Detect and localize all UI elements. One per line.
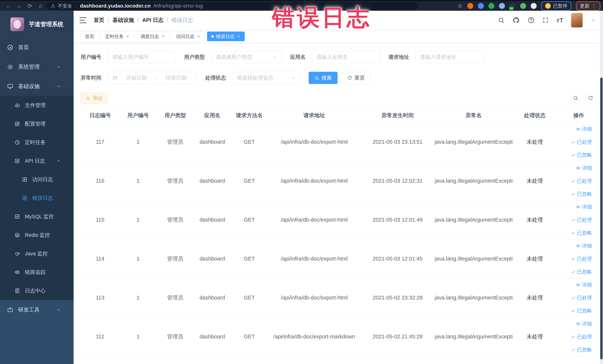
tab-错误日志[interactable]: 错误日志 [207, 32, 245, 41]
browser-reload-icon[interactable]: ⟳ [24, 3, 35, 9]
action-详细[interactable]: 详细 [576, 126, 592, 132]
sidebar-item-label: 系统管理 [18, 63, 40, 71]
extension-paused-badge[interactable]: 已暂停 [541, 1, 571, 11]
action-已处理[interactable]: 已处理 [571, 294, 592, 301]
sidebar-item-日志中心[interactable]: 日志中心 [0, 282, 74, 300]
action-详细[interactable]: 详细 [576, 243, 592, 249]
sidebar-item-label: 研发工具 [18, 306, 40, 314]
action-已处理[interactable]: 已处理 [571, 256, 592, 262]
column-header: 应用名 [194, 112, 231, 119]
filter-row-1: 用户编号 请输入用户编号 用户类型 请选择用户类型 应用名 请输入应用名 [81, 51, 600, 63]
date-range-picker[interactable]: 开始日期 - 结束日期 [108, 72, 197, 84]
search-icon [314, 75, 319, 80]
process-status-select[interactable]: 请选择处理状态 [232, 72, 301, 84]
export-button[interactable]: 导出 [81, 93, 108, 104]
app-logo-row[interactable]: 芋道管理系统 [0, 11, 74, 38]
sidebar-item-Java-监控[interactable]: Java 监控 [0, 244, 74, 263]
browser-back-icon[interactable]: ← [3, 3, 14, 9]
filter-label: 处理状态 [205, 74, 226, 82]
github-icon[interactable] [512, 16, 520, 24]
extension-icons: on [467, 3, 537, 9]
help-icon[interactable] [528, 17, 534, 24]
action-label: 已忽略 [577, 346, 592, 353]
sidebar-item-配置管理[interactable]: 配置管理 [0, 115, 74, 133]
layers-icon [14, 232, 20, 238]
sidebar-item-Redis-监控[interactable]: Redis 监控 [0, 226, 74, 244]
action-详细[interactable]: 详细 [576, 204, 592, 210]
avatar-caret-down-icon[interactable] [590, 18, 596, 23]
tab-close-icon[interactable] [161, 35, 165, 38]
ext-grid-icon[interactable] [499, 3, 505, 9]
sidebar-item-文件管理[interactable]: 文件管理 [0, 96, 74, 115]
browser-home-icon[interactable]: ⌂ [35, 3, 46, 9]
tab-close-icon[interactable] [197, 35, 200, 38]
action-已处理[interactable]: 已处理 [571, 333, 592, 340]
action-已处理[interactable]: 已处理 [571, 178, 592, 184]
breadcrumb-item[interactable]: 首页 [94, 16, 104, 24]
browser-update-button[interactable]: 更新 ⋮ [576, 1, 600, 11]
cell-user-id: 1 [120, 334, 157, 340]
sidebar-item-链路追踪[interactable]: 链路追踪 [0, 263, 74, 282]
action-详细[interactable]: 详细 [576, 165, 592, 171]
bookmark-star-icon[interactable]: ☆ [457, 2, 463, 10]
sidebar-item-API-日志[interactable]: API 日志 [0, 152, 74, 170]
action-已处理[interactable]: 已处理 [571, 139, 592, 145]
tab-访问日志[interactable]: 访问日志 [172, 32, 205, 41]
action-已忽略[interactable]: 已忽略 [571, 230, 592, 236]
browser-forward-icon[interactable]: → [14, 3, 24, 9]
user-avatar[interactable] [571, 13, 583, 27]
column-header: 用户编号 [120, 112, 157, 119]
chevron-down-icon [272, 55, 277, 59]
eye-icon [576, 282, 580, 287]
sidebar-toggle-icon[interactable] [80, 17, 87, 23]
breadcrumb-item[interactable]: 基础设施 [113, 16, 134, 24]
sidebar-item-基础设施[interactable]: 基础设施 [0, 77, 74, 96]
column-header: 异常名 [435, 112, 512, 119]
sidebar-item-研发工具[interactable]: 研发工具 [0, 300, 74, 319]
ext-green-circle-icon[interactable] [488, 3, 494, 9]
action-详细[interactable]: 详细 [576, 320, 592, 327]
user-type-select[interactable]: 请选择用户类型 [211, 51, 282, 63]
app-name-input[interactable]: 请输入应用名 [312, 51, 380, 63]
ext-plant-icon[interactable] [520, 3, 526, 9]
action-label: 已忽略 [577, 269, 592, 275]
tab-close-icon[interactable] [237, 35, 240, 38]
action-已忽略[interactable]: 已忽略 [571, 346, 592, 353]
sidebar-item-错误日志[interactable]: 错误日志 [0, 189, 74, 207]
tab-close-icon[interactable] [126, 35, 129, 38]
action-已忽略[interactable]: 已忽略 [571, 191, 592, 197]
table-row: 1151管理员dashboardGET/api/infra/db-doc/exp… [81, 200, 600, 239]
action-已忽略[interactable]: 已忽略 [571, 269, 592, 275]
sidebar-item-首页[interactable]: 首页 [0, 38, 74, 57]
browser-menu-icon[interactable]: ⋮ [592, 3, 596, 9]
sidebar-item-定时任务[interactable]: 定时任务 [0, 133, 74, 152]
request-url-input[interactable]: 请输入请求地址 [415, 51, 484, 63]
refresh-table-button[interactable] [585, 93, 596, 104]
breadcrumb-item[interactable]: API 日志 [142, 16, 163, 24]
font-size-icon[interactable]: тT [557, 17, 563, 24]
sidebar-item-访问日志[interactable]: 访问日志 [0, 170, 74, 189]
action-已忽略[interactable]: 已忽略 [571, 152, 592, 158]
ext-orange-circle-icon[interactable] [467, 3, 473, 9]
address-bar[interactable]: ⚠ 不安全 dashboard.yudao.iocoder.cn/infra/l… [46, 2, 418, 10]
ext-blue-shield-icon[interactable] [478, 3, 484, 9]
search-button[interactable]: 搜索 [309, 72, 337, 84]
action-已忽略[interactable]: 已忽略 [571, 307, 592, 314]
action-详细[interactable]: 详细 [576, 282, 592, 288]
tab-定时任务[interactable]: 定时任务 [101, 32, 134, 41]
ext-white-star-icon[interactable] [531, 3, 537, 9]
sidebar-item-系统管理[interactable]: 系统管理 [0, 57, 74, 77]
tab-调度日志[interactable]: 调度日志 [136, 32, 169, 41]
cell-app-name: dashboard [194, 334, 231, 340]
tab-首页[interactable]: 首页 [81, 32, 98, 41]
toggle-search-button[interactable] [570, 93, 581, 104]
search-icon[interactable] [498, 17, 505, 23]
eye-icon [576, 205, 580, 209]
scrollbar-thumb[interactable] [600, 78, 603, 359]
reset-button[interactable]: 重置 [342, 72, 371, 84]
action-已处理[interactable]: 已处理 [571, 217, 592, 223]
sidebar-item-MySQL-监控[interactable]: MySQL 监控 [0, 207, 74, 226]
ext-dark-on-icon[interactable]: on [510, 3, 515, 9]
fullscreen-icon[interactable] [542, 17, 549, 23]
user-id-input[interactable]: 请输入用户编号 [108, 51, 176, 63]
